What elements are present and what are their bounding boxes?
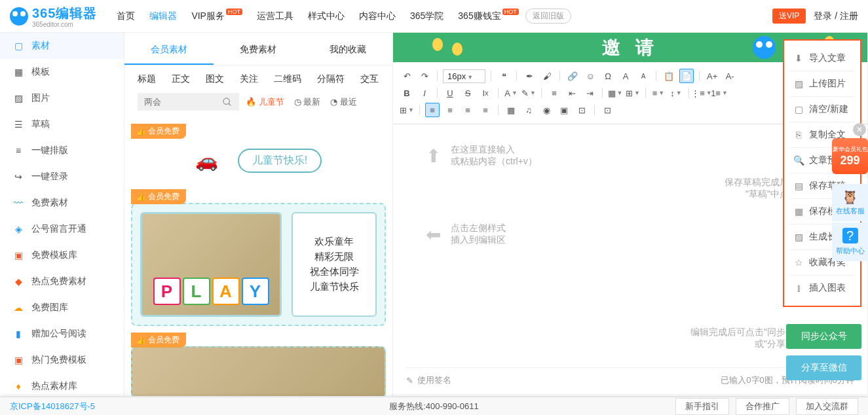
footer-link-1[interactable]: 合作推广: [736, 398, 789, 415]
eyedropper-button[interactable]: ✒: [522, 69, 537, 83]
bold-button[interactable]: B: [400, 86, 414, 100]
align-r-button[interactable]: ≡: [461, 103, 475, 117]
search-button[interactable]: [216, 93, 239, 111]
old-version-button[interactable]: 返回旧版: [525, 9, 571, 24]
sidebar-item-diamond[interactable]: ◆热点免费素材: [0, 268, 124, 295]
line-height-button[interactable]: ≡▼: [651, 86, 666, 100]
quote-button[interactable]: ❝: [497, 69, 511, 83]
filter-hot[interactable]: 🔥 儿童节: [246, 96, 284, 108]
nav-item-7[interactable]: 365赚钱宝HOT: [458, 10, 518, 22]
action-chart[interactable]: ⫿插入图表: [789, 276, 855, 300]
subtab-0[interactable]: 标题: [138, 73, 156, 85]
sidebar-item-cloud[interactable]: ☁免费图库: [0, 295, 124, 321]
sidebar-item-doc[interactable]: ☰草稿: [0, 111, 124, 137]
indent-right-button[interactable]: ⇥: [582, 86, 597, 100]
bg-color-button[interactable]: ✎▼: [521, 86, 536, 100]
font-button[interactable]: A: [618, 69, 633, 83]
login-link[interactable]: 登录 / 注册: [814, 10, 858, 22]
material-card-3[interactable]: 👍 会员免费: [131, 333, 386, 396]
redo-button[interactable]: ↷: [417, 69, 432, 83]
sidebar-item-image[interactable]: ▨图片: [0, 85, 124, 111]
spacing-button[interactable]: ⊞▼: [626, 86, 640, 100]
align-j-button[interactable]: ≡: [478, 103, 493, 117]
subtab-2[interactable]: 图文: [206, 73, 224, 85]
bg-button[interactable]: ▦▼: [608, 86, 622, 100]
audio-button[interactable]: ♫: [521, 103, 536, 117]
help-center-button[interactable]: ? 帮助中心: [832, 223, 868, 261]
online-service-button[interactable]: 🦉 在线客服: [832, 184, 868, 221]
nav-item-2[interactable]: VIP服务HOT: [191, 10, 242, 22]
undo-button[interactable]: ↶: [400, 69, 414, 83]
sync-wechat-button[interactable]: 同步公众号: [786, 324, 861, 349]
subtab-1[interactable]: 正文: [172, 73, 190, 85]
letter-spacing-button[interactable]: ↕▼: [669, 86, 683, 100]
video-button[interactable]: ▦: [504, 103, 518, 117]
nav-item-4[interactable]: 样式中心: [308, 10, 345, 22]
special-char-button[interactable]: Ω: [601, 69, 615, 83]
paste-button[interactable]: 📄: [679, 69, 694, 83]
vip-button[interactable]: 送VIP: [772, 9, 806, 24]
sidebar-item-grid[interactable]: ▦模板: [0, 59, 124, 85]
material-tab-2[interactable]: 我的收藏: [303, 33, 392, 65]
media-button[interactable]: ◉: [539, 103, 554, 117]
icp-link[interactable]: 京ICP备14018627号-5: [10, 401, 95, 412]
filter-new[interactable]: ◷ 最新: [294, 96, 321, 108]
share-wechat-button[interactable]: 分享至微信: [786, 355, 861, 380]
nav-item-5[interactable]: 内容中心: [359, 10, 396, 22]
link-button[interactable]: 🔗: [565, 69, 580, 83]
brush-button[interactable]: 🖌: [540, 69, 554, 83]
list-ul-button[interactable]: ⋮≡▼: [694, 86, 709, 100]
action-download[interactable]: ⬇导入文章: [789, 46, 855, 71]
underline-button[interactable]: U: [443, 86, 457, 100]
sidebar-item-fire[interactable]: ▣热门免费模板: [0, 347, 124, 373]
footer-link-0[interactable]: 新手指引: [675, 398, 729, 415]
indent-left-button[interactable]: ⇤: [565, 86, 579, 100]
sidebar-item-folder[interactable]: ▢素材: [0, 33, 124, 59]
align-l-button[interactable]: ≡: [425, 103, 440, 117]
logo[interactable]: 365编辑器 365editor.com: [10, 5, 97, 28]
action-image[interactable]: ▨上传图片: [789, 71, 855, 97]
sidebar-item-list[interactable]: ≡一键排版: [0, 137, 124, 164]
sidebar-item-msg[interactable]: ◈公号留言开通: [0, 216, 124, 242]
filter-recent[interactable]: ◔ 最近: [330, 96, 357, 108]
emoji-button[interactable]: ☺: [583, 69, 597, 83]
nav-item-0[interactable]: 首页: [117, 10, 135, 22]
strike-button[interactable]: S: [461, 86, 475, 100]
sidebar-item-book[interactable]: ▮赠加公号阅读: [0, 321, 124, 347]
font-size-select[interactable]: 16px▼: [443, 69, 485, 83]
font-small-button[interactable]: A: [636, 69, 651, 83]
material-tab-1[interactable]: 免费素材: [214, 33, 303, 65]
pic-button[interactable]: ⊡: [575, 103, 589, 117]
list-ol-button[interactable]: 1≡▼: [712, 86, 726, 100]
more-button[interactable]: ⊡: [600, 103, 614, 117]
subtab-3[interactable]: 关注: [240, 73, 258, 85]
nav-item-1[interactable]: 编辑器: [149, 10, 177, 22]
sidebar-item-hot[interactable]: ♦热点素材库: [0, 373, 124, 396]
sidebar-item-login[interactable]: ↪一键登录: [0, 164, 124, 190]
material-tab-0[interactable]: 会员素材: [124, 33, 214, 65]
format-minus-button[interactable]: A-: [723, 69, 737, 83]
format-plus-button[interactable]: A+: [705, 69, 719, 83]
close-float-button[interactable]: ✕: [853, 123, 866, 136]
italic-button[interactable]: I: [417, 86, 432, 100]
subtab-5[interactable]: 分隔符: [317, 73, 345, 85]
promo-badge[interactable]: 豪华会员礼包 299: [832, 138, 868, 174]
subtab-4[interactable]: 二维码: [274, 73, 301, 85]
nav-item-3[interactable]: 运营工具: [257, 10, 293, 22]
image-button[interactable]: ▣: [557, 103, 571, 117]
footer-link-2[interactable]: 加入交流群: [796, 398, 858, 415]
table-button[interactable]: ⊞▼: [400, 103, 414, 117]
copy-button[interactable]: 📋: [662, 69, 676, 83]
search-input[interactable]: [138, 93, 216, 111]
signature-toggle[interactable]: ✎ 使用签名: [406, 374, 451, 386]
material-card-2[interactable]: 👍 会员免费 P L A Y 欢乐童年: [131, 189, 386, 326]
action-doc[interactable]: ▢清空/新建: [789, 97, 855, 122]
sidebar-item-wave[interactable]: 〰免费素材: [0, 190, 124, 216]
align-left-button[interactable]: ≡: [547, 86, 561, 100]
align-c-button[interactable]: ≡: [443, 103, 457, 117]
nav-item-6[interactable]: 365学院: [410, 10, 443, 22]
clear-format-button[interactable]: Ix: [478, 86, 493, 100]
font-color-button[interactable]: A▼: [504, 86, 518, 100]
subtab-6[interactable]: 交互: [360, 73, 379, 85]
material-card-1[interactable]: 👍 会员免费 🚗 儿童节快乐!: [131, 124, 386, 183]
